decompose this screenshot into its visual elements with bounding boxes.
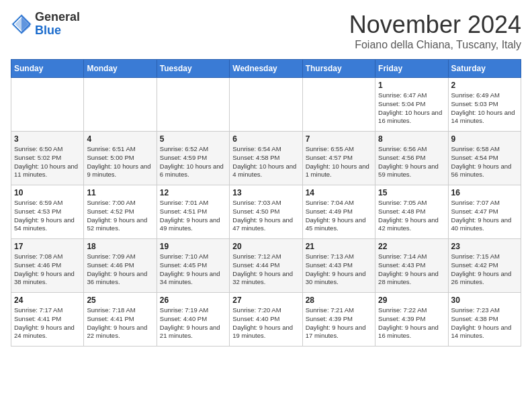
calendar-cell bbox=[11, 78, 84, 132]
day-number: 26 bbox=[160, 295, 226, 305]
day-number: 4 bbox=[87, 134, 153, 144]
day-number: 3 bbox=[14, 134, 81, 144]
day-number: 21 bbox=[306, 242, 372, 251]
calendar-cell: 9Sunrise: 6:58 AM Sunset: 4:54 PM Daylig… bbox=[448, 132, 521, 185]
calendar-cell: 10Sunrise: 6:59 AM Sunset: 4:53 PM Dayli… bbox=[11, 185, 84, 239]
day-number: 16 bbox=[451, 188, 518, 197]
day-number: 25 bbox=[87, 295, 153, 305]
title-block: November 2024 Foiano della Chiana, Tusca… bbox=[349, 11, 521, 51]
day-number: 30 bbox=[451, 295, 518, 305]
day-number: 22 bbox=[378, 242, 445, 251]
calendar-week-row: 17Sunrise: 7:08 AM Sunset: 4:46 PM Dayli… bbox=[11, 239, 521, 293]
day-info: Sunrise: 7:12 AM Sunset: 4:44 PM Dayligh… bbox=[232, 253, 299, 287]
calendar-cell: 28Sunrise: 7:21 AM Sunset: 4:39 PM Dayli… bbox=[302, 293, 375, 347]
location-subtitle: Foiano della Chiana, Tuscany, Italy bbox=[349, 39, 521, 51]
page-header: General Blue November 2024 Foiano della … bbox=[11, 11, 521, 51]
day-info: Sunrise: 7:09 AM Sunset: 4:46 PM Dayligh… bbox=[87, 253, 153, 287]
day-info: Sunrise: 7:10 AM Sunset: 4:45 PM Dayligh… bbox=[160, 253, 226, 287]
calendar-cell: 2Sunrise: 6:49 AM Sunset: 5:03 PM Daylig… bbox=[448, 78, 521, 132]
day-number: 8 bbox=[378, 134, 445, 144]
calendar-cell: 29Sunrise: 7:22 AM Sunset: 4:39 PM Dayli… bbox=[375, 293, 448, 347]
calendar-cell: 20Sunrise: 7:12 AM Sunset: 4:44 PM Dayli… bbox=[230, 239, 302, 293]
day-info: Sunrise: 6:55 AM Sunset: 4:57 PM Dayligh… bbox=[306, 145, 372, 179]
day-info: Sunrise: 7:04 AM Sunset: 4:49 PM Dayligh… bbox=[306, 199, 372, 233]
day-info: Sunrise: 6:59 AM Sunset: 4:53 PM Dayligh… bbox=[14, 199, 81, 233]
day-number: 15 bbox=[378, 188, 445, 197]
calendar-cell: 6Sunrise: 6:54 AM Sunset: 4:58 PM Daylig… bbox=[230, 132, 302, 185]
calendar-cell: 16Sunrise: 7:07 AM Sunset: 4:47 PM Dayli… bbox=[448, 185, 521, 239]
calendar-cell: 15Sunrise: 7:05 AM Sunset: 4:48 PM Dayli… bbox=[375, 185, 448, 239]
day-number: 14 bbox=[306, 188, 372, 197]
day-info: Sunrise: 7:03 AM Sunset: 4:50 PM Dayligh… bbox=[232, 199, 299, 233]
column-header-sunday: Sunday bbox=[11, 60, 84, 78]
calendar-cell: 7Sunrise: 6:55 AM Sunset: 4:57 PM Daylig… bbox=[302, 132, 375, 185]
day-number: 28 bbox=[306, 295, 372, 305]
day-info: Sunrise: 6:51 AM Sunset: 5:00 PM Dayligh… bbox=[87, 145, 153, 179]
calendar-cell: 8Sunrise: 6:56 AM Sunset: 4:56 PM Daylig… bbox=[375, 132, 448, 185]
day-info: Sunrise: 7:14 AM Sunset: 4:43 PM Dayligh… bbox=[378, 253, 445, 287]
day-number: 5 bbox=[160, 134, 226, 144]
calendar-cell: 23Sunrise: 7:15 AM Sunset: 4:42 PM Dayli… bbox=[448, 239, 521, 293]
column-header-saturday: Saturday bbox=[448, 60, 521, 78]
day-info: Sunrise: 6:56 AM Sunset: 4:56 PM Dayligh… bbox=[378, 145, 445, 179]
day-number: 9 bbox=[451, 134, 518, 144]
day-info: Sunrise: 7:22 AM Sunset: 4:39 PM Dayligh… bbox=[378, 306, 445, 340]
calendar-cell bbox=[84, 78, 157, 132]
day-info: Sunrise: 7:05 AM Sunset: 4:48 PM Dayligh… bbox=[378, 199, 445, 233]
day-number: 19 bbox=[160, 242, 226, 251]
calendar-cell: 12Sunrise: 7:01 AM Sunset: 4:51 PM Dayli… bbox=[157, 185, 229, 239]
column-header-friday: Friday bbox=[375, 60, 448, 78]
day-info: Sunrise: 7:15 AM Sunset: 4:42 PM Dayligh… bbox=[451, 253, 518, 287]
day-number: 12 bbox=[160, 188, 226, 197]
logo-icon bbox=[11, 13, 32, 35]
day-number: 17 bbox=[14, 242, 81, 251]
day-info: Sunrise: 7:07 AM Sunset: 4:47 PM Dayligh… bbox=[451, 199, 518, 233]
column-header-tuesday: Tuesday bbox=[157, 60, 229, 78]
day-info: Sunrise: 6:50 AM Sunset: 5:02 PM Dayligh… bbox=[14, 145, 81, 179]
logo: General Blue bbox=[11, 11, 80, 38]
day-info: Sunrise: 7:13 AM Sunset: 4:43 PM Dayligh… bbox=[306, 253, 372, 287]
day-number: 11 bbox=[87, 188, 153, 197]
day-info: Sunrise: 7:18 AM Sunset: 4:41 PM Dayligh… bbox=[87, 306, 153, 340]
day-number: 24 bbox=[14, 295, 81, 305]
calendar-cell: 14Sunrise: 7:04 AM Sunset: 4:49 PM Dayli… bbox=[302, 185, 375, 239]
column-header-wednesday: Wednesday bbox=[230, 60, 302, 78]
calendar-week-row: 10Sunrise: 6:59 AM Sunset: 4:53 PM Dayli… bbox=[11, 185, 521, 239]
column-header-thursday: Thursday bbox=[302, 60, 375, 78]
day-number: 7 bbox=[306, 134, 372, 144]
calendar-cell: 22Sunrise: 7:14 AM Sunset: 4:43 PM Dayli… bbox=[375, 239, 448, 293]
calendar-week-row: 1Sunrise: 6:47 AM Sunset: 5:04 PM Daylig… bbox=[11, 78, 521, 132]
day-number: 29 bbox=[378, 295, 445, 305]
calendar-header-row: SundayMondayTuesdayWednesdayThursdayFrid… bbox=[11, 60, 521, 78]
day-info: Sunrise: 7:08 AM Sunset: 4:46 PM Dayligh… bbox=[14, 253, 81, 287]
day-number: 20 bbox=[232, 242, 299, 251]
day-info: Sunrise: 6:54 AM Sunset: 4:58 PM Dayligh… bbox=[232, 145, 299, 179]
calendar-cell: 1Sunrise: 6:47 AM Sunset: 5:04 PM Daylig… bbox=[375, 78, 448, 132]
day-info: Sunrise: 7:17 AM Sunset: 4:41 PM Dayligh… bbox=[14, 306, 81, 340]
day-number: 6 bbox=[232, 134, 299, 144]
day-number: 23 bbox=[451, 242, 518, 251]
calendar-cell: 25Sunrise: 7:18 AM Sunset: 4:41 PM Dayli… bbox=[84, 293, 157, 347]
day-info: Sunrise: 6:49 AM Sunset: 5:03 PM Dayligh… bbox=[451, 91, 518, 126]
logo-blue: Blue bbox=[35, 24, 61, 37]
logo-general: General bbox=[35, 10, 80, 24]
day-number: 2 bbox=[451, 81, 518, 90]
calendar-cell: 3Sunrise: 6:50 AM Sunset: 5:02 PM Daylig… bbox=[11, 132, 84, 185]
calendar-cell: 26Sunrise: 7:19 AM Sunset: 4:40 PM Dayli… bbox=[157, 293, 229, 347]
day-info: Sunrise: 7:00 AM Sunset: 4:52 PM Dayligh… bbox=[87, 199, 153, 233]
day-info: Sunrise: 6:58 AM Sunset: 4:54 PM Dayligh… bbox=[451, 145, 518, 179]
column-header-monday: Monday bbox=[84, 60, 157, 78]
day-number: 10 bbox=[14, 188, 81, 197]
calendar-cell: 30Sunrise: 7:23 AM Sunset: 4:38 PM Dayli… bbox=[448, 293, 521, 347]
calendar-cell: 27Sunrise: 7:20 AM Sunset: 4:40 PM Dayli… bbox=[230, 293, 302, 347]
logo-text-block: General Blue bbox=[35, 11, 80, 38]
calendar-table: SundayMondayTuesdayWednesdayThursdayFrid… bbox=[11, 59, 521, 347]
month-title: November 2024 bbox=[349, 11, 521, 39]
day-info: Sunrise: 7:01 AM Sunset: 4:51 PM Dayligh… bbox=[160, 199, 226, 233]
calendar-cell bbox=[157, 78, 229, 132]
calendar-cell bbox=[230, 78, 302, 132]
calendar-cell: 19Sunrise: 7:10 AM Sunset: 4:45 PM Dayli… bbox=[157, 239, 229, 293]
calendar-cell: 18Sunrise: 7:09 AM Sunset: 4:46 PM Dayli… bbox=[84, 239, 157, 293]
day-number: 1 bbox=[378, 81, 445, 90]
calendar-cell: 17Sunrise: 7:08 AM Sunset: 4:46 PM Dayli… bbox=[11, 239, 84, 293]
